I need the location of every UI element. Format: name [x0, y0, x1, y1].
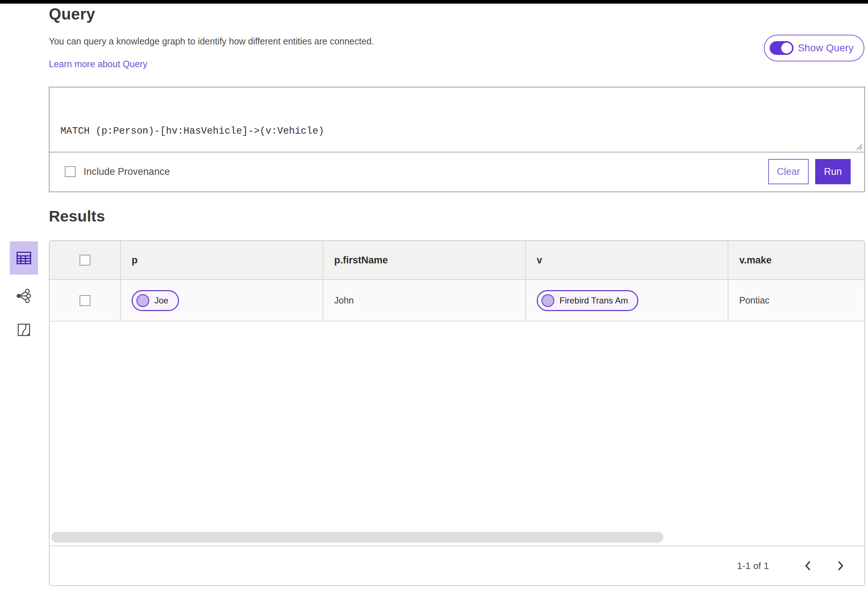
- table-empty-area: [50, 322, 864, 546]
- map-icon: [16, 322, 31, 337]
- cell-p-firstname: John: [323, 280, 525, 321]
- table-header-row: p p.firstName v v.make: [50, 241, 864, 280]
- link-chart-icon: [16, 288, 32, 304]
- cell-text: Pontiac: [739, 295, 769, 306]
- pagination-range: 1-1 of 1: [737, 561, 769, 572]
- row-select-cell: [50, 280, 120, 321]
- query-code-line: MATCH (p:Person)-[hv:HasVehicle]->(v:Veh…: [61, 124, 853, 138]
- include-provenance-label: Include Provenance: [84, 166, 170, 177]
- run-button[interactable]: Run: [815, 159, 851, 184]
- entity-dot-icon: [542, 294, 554, 307]
- toggle-knob: [781, 43, 792, 53]
- table-footer: 1-1 of 1: [50, 546, 864, 585]
- learn-more-link[interactable]: Learn more about Query: [49, 59, 147, 69]
- clear-button[interactable]: Clear: [768, 159, 809, 184]
- column-header-p[interactable]: p: [120, 241, 323, 279]
- entity-pill-person[interactable]: Joe: [131, 290, 179, 311]
- cell-text: John: [334, 295, 354, 306]
- column-header-v[interactable]: v: [525, 241, 728, 279]
- table-icon: [16, 250, 32, 266]
- page-description: You can query a knowledge graph to ident…: [49, 36, 374, 47]
- include-provenance-checkbox[interactable]: [65, 166, 75, 177]
- query-footer: Include Provenance Clear Run: [50, 153, 864, 191]
- page-title: Query: [49, 5, 95, 23]
- resize-grip-icon[interactable]: [855, 143, 862, 150]
- results-heading: Results: [49, 207, 105, 225]
- view-switcher: [10, 241, 38, 343]
- chevron-right-icon: [836, 560, 845, 572]
- query-panel: MATCH (p:Person)-[hv:HasVehicle]->(v:Veh…: [49, 87, 865, 192]
- table-row[interactable]: Joe John Firebird Trans Am Pontiac: [50, 280, 864, 322]
- column-header-p-firstname[interactable]: p.firstName: [323, 241, 525, 279]
- previous-page-button[interactable]: [800, 558, 816, 574]
- entity-pill-label: Firebird Trans Am: [559, 296, 628, 306]
- column-header-v-make[interactable]: v.make: [728, 241, 864, 279]
- show-query-toggle[interactable]: Show Query: [764, 35, 864, 62]
- entity-dot-icon: [136, 294, 149, 307]
- query-code-editor[interactable]: MATCH (p:Person)-[hv:HasVehicle]->(v:Veh…: [50, 87, 864, 153]
- next-page-button[interactable]: [833, 558, 849, 574]
- show-query-label: Show Query: [798, 42, 853, 54]
- cell-v: Firebird Trans Am: [525, 280, 728, 321]
- toggle-switch-icon[interactable]: [770, 41, 794, 55]
- cell-p: Joe: [120, 280, 323, 321]
- table-view-button[interactable]: [10, 241, 38, 275]
- header-select-cell: [50, 241, 120, 279]
- link-chart-view-button[interactable]: [10, 283, 38, 309]
- horizontal-scrollbar[interactable]: [52, 532, 663, 543]
- map-view-button[interactable]: [10, 317, 38, 343]
- row-checkbox[interactable]: [80, 295, 90, 306]
- results-table: p p.firstName v v.make Joe John Firebird…: [49, 240, 865, 586]
- select-all-checkbox[interactable]: [80, 255, 90, 266]
- window-top-edge: [0, 0, 868, 4]
- entity-pill-vehicle[interactable]: Firebird Trans Am: [537, 290, 638, 311]
- chevron-left-icon: [803, 560, 813, 572]
- cell-v-make: Pontiac: [728, 280, 864, 321]
- entity-pill-label: Joe: [154, 296, 168, 306]
